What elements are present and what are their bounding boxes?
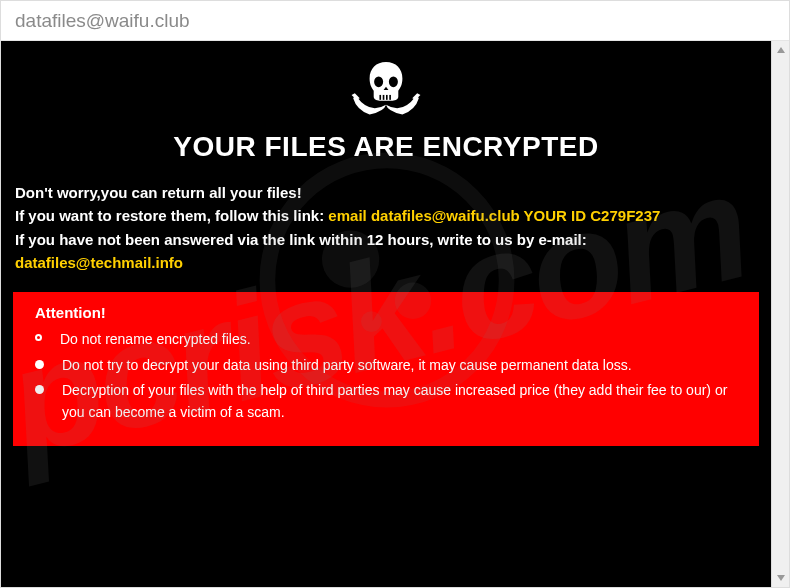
attention-item-text: Decryption of your files with the help o… [62,380,743,423]
body-line-3-email: datafiles@techmail.info [15,254,183,271]
vertical-scrollbar[interactable] [771,41,789,587]
attention-list: Do not rename encrypted files. Do not tr… [35,329,743,424]
list-item: Do not try to decrypt your data using th… [35,355,743,377]
attention-item-text: Do not try to decrypt your data using th… [62,355,632,377]
bullet-icon [35,360,44,369]
attention-item-text: Do not rename encrypted files. [60,329,251,351]
scroll-down-arrow-icon[interactable] [772,569,789,587]
svg-rect-7 [383,95,385,100]
body-text: Don't worry,you can return all your file… [1,163,771,286]
list-item: Do not rename encrypted files. [35,329,743,351]
headline: YOUR FILES ARE ENCRYPTED [1,131,771,163]
content-wrap: pcrisk.com YOUR FILES ARE ENCRYPTED Don'… [1,41,789,587]
content-area: pcrisk.com YOUR FILES ARE ENCRYPTED Don'… [1,41,771,587]
svg-rect-6 [379,95,381,100]
bullet-icon [35,385,44,394]
svg-point-4 [374,76,383,87]
attention-title: Attention! [35,304,743,321]
list-item: Decryption of your files with the help o… [35,380,743,423]
body-line-2: If you want to restore them, follow this… [15,204,757,227]
svg-point-5 [389,76,398,87]
body-line-2-id: C279F237 [590,207,660,224]
bullet-icon [35,334,42,341]
body-line-2a: If you want to restore them, follow this… [15,207,328,224]
scroll-up-arrow-icon[interactable] [772,41,789,59]
window-title: datafiles@waifu.club [15,10,190,32]
window-title-bar: datafiles@waifu.club [1,1,789,41]
body-line-1: Don't worry,you can return all your file… [15,181,757,204]
skull-icon [1,41,771,129]
body-line-3a: If you have not been answered via the li… [15,231,587,248]
body-line-3: If you have not been answered via the li… [15,228,757,275]
svg-rect-8 [386,95,388,100]
svg-rect-9 [389,95,391,100]
body-line-2b: email datafiles@waifu.club YOUR ID [328,207,590,224]
attention-box: Attention! Do not rename encrypted files… [13,292,759,446]
